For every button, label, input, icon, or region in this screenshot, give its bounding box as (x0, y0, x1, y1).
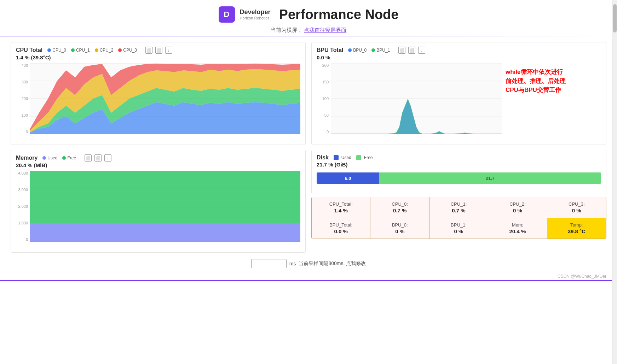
memory-chart-svg (30, 171, 300, 242)
bpu-chart-header: BPU Total BPU_0 BPU_1 ⬜ ⬜ ↓ 0.0 (317, 47, 601, 60)
stat-bpu0-value: 0 % (373, 228, 426, 234)
stat-mem-label: Mem: (491, 222, 544, 228)
stat-cpu-total: CPU_Total: 1.4 % (312, 197, 370, 218)
bpu1-dot (371, 48, 375, 52)
stats-grid: CPU_Total: 1.4 % CPU_0: 0.7 % CPU_1: 0.7… (311, 197, 606, 239)
disk-free-value: 21.7 (486, 176, 495, 181)
memory-title: Memory (16, 155, 38, 161)
cpu0-dot (47, 48, 51, 52)
cpu2-dot (95, 48, 98, 52)
stat-cpu3-value: 0 % (550, 207, 603, 213)
disk-free-label: Free (364, 155, 373, 160)
bpu-panel: BPU Total BPU_0 BPU_1 ⬜ ⬜ ↓ 0.0 (311, 42, 606, 145)
stat-temp: Temp: 39.8 °C (547, 218, 606, 239)
stat-cpu2-value: 0 % (491, 207, 544, 213)
header-divider (0, 36, 617, 36)
stat-temp-label: Temp: (550, 222, 603, 228)
bpu-subtitle: 0.0 % (317, 54, 425, 60)
disk-free-swatch (356, 155, 361, 160)
disk-used-value: 6.0 (345, 176, 351, 181)
scrollbar[interactable] (612, 0, 617, 364)
bpu1-legend: BPU_1 (371, 48, 390, 53)
mem-icon-1[interactable]: ⬜ (85, 154, 92, 162)
mem-download-icon[interactable]: ↓ (104, 154, 111, 162)
stat-bpu-total-value: 0.0 % (315, 228, 367, 234)
brand-name: Developer (240, 9, 271, 16)
mem-free-legend: Free (62, 155, 76, 160)
sampling-interval-input[interactable] (251, 259, 287, 268)
stat-cpu0: CPU_0: 0.7 % (370, 197, 429, 218)
page-title: Performance Node (279, 7, 399, 22)
stat-bpu-total: BPU_Total: 0.0 % (312, 218, 370, 239)
scrollbar-thumb[interactable] (613, 4, 617, 33)
memory-chart-header: Memory Used Free ⬜ ⬜ ↓ 20.4 % ( (16, 154, 300, 168)
bpu-icon-2[interactable]: ⬜ (408, 47, 415, 54)
cpu-download-icon[interactable]: ↓ (165, 47, 172, 54)
stat-cpu1-value: 0.7 % (432, 207, 485, 213)
subtitle-bar: 当前为横屏， 点我前往竖屏界面 (0, 25, 617, 36)
stat-cpu1: CPU_1: 0.7 % (429, 197, 488, 218)
disk-bar-free: 21.7 (379, 172, 601, 184)
memory-chart-icons: ⬜ ⬜ ↓ (85, 154, 111, 162)
cpu-chart-header: CPU Total CPU_0 CPU_1 CPU_2 (16, 47, 300, 60)
disk-free-legend: Free (356, 155, 373, 160)
memory-legend: Memory Used Free ⬜ ⬜ ↓ (16, 154, 111, 162)
cpu1-dot (71, 48, 75, 52)
bottom-charts-grid: Memory Used Free ⬜ ⬜ ↓ 20.4 % ( (0, 145, 617, 253)
stat-cpu2: CPU_2: 0 % (488, 197, 547, 218)
disk-stats-panel: Disk Used Free 21.7 % (GiB) (311, 150, 606, 253)
memory-y-axis: 4,000 3,000 2,000 1,000 0 (16, 171, 29, 242)
stat-bpu-total-label: BPU_Total: (315, 222, 367, 228)
cpu-icon-2[interactable]: ⬜ (155, 47, 162, 54)
logo-text: Developer Horizon Robotics (240, 9, 271, 20)
stat-mem-value: 20.4 % (491, 228, 544, 234)
cpu-chart-svg (30, 63, 300, 134)
sampling-link[interactable]: 当前采样间隔800ms, 点我修改 (299, 260, 366, 267)
memory-chart-inner (30, 171, 300, 242)
memory-panel: Memory Used Free ⬜ ⬜ ↓ 20.4 % ( (11, 150, 306, 253)
stat-cpu3: CPU_3: 0 % (547, 197, 606, 218)
stat-bpu1-value: 0 % (432, 228, 485, 234)
cpu-legend: CPU Total CPU_0 CPU_1 CPU_2 (16, 47, 172, 54)
cpu3-dot (118, 48, 122, 52)
ms-label: ms (289, 261, 296, 266)
bpu-icon-1[interactable]: ⬜ (398, 47, 405, 54)
bottom-border (0, 280, 617, 281)
top-charts-grid: CPU Total CPU_0 CPU_1 CPU_2 (0, 40, 617, 145)
disk-bar: 6.0 21.7 (317, 172, 601, 184)
bpu-legend: BPU Total BPU_0 BPU_1 ⬜ ⬜ ↓ (317, 47, 425, 54)
mem-used-label: Used (47, 155, 57, 160)
vertical-screen-link[interactable]: 点我前往竖屏界面 (304, 27, 346, 33)
brand-sub: Horizon Robotics (240, 16, 271, 20)
cpu-chart-area: 400 300 200 100 0 (16, 63, 300, 141)
bpu-title: BPU Total (317, 47, 343, 53)
cpu2-label: CPU_2 (100, 48, 114, 53)
disk-used-legend: Used (334, 155, 351, 160)
mem-icon-2[interactable]: ⬜ (94, 154, 102, 162)
mem-used-dot (42, 156, 46, 160)
disk-used-label: Used (341, 155, 351, 160)
footer: ms 当前采样间隔800ms, 点我修改 (0, 253, 617, 272)
cpu2-legend: CPU_2 (95, 48, 114, 53)
memory-subtitle: 20.4 % (MiB) (16, 162, 111, 168)
cpu-panel: CPU Total CPU_0 CPU_1 CPU_2 (11, 42, 306, 145)
stat-cpu1-label: CPU_1: (432, 201, 485, 207)
stat-bpu0-label: BPU_0: (373, 222, 426, 228)
cpu-icon-1[interactable]: ⬜ (145, 47, 152, 54)
disk-legend: Disk Used Free (317, 154, 373, 161)
bpu-chart-inner (331, 63, 502, 134)
bpu0-label: BPU_0 (353, 48, 367, 53)
stat-cpu0-value: 0.7 % (373, 207, 426, 213)
stat-cpu0-label: CPU_0: (373, 201, 426, 207)
cpu-chart-inner (30, 63, 300, 134)
svg-marker-21 (30, 171, 300, 223)
bpu-chart-svg (331, 63, 502, 134)
cpu-subtitle: 1.4 % (39.8°C) (16, 54, 172, 60)
bpu-download-icon[interactable]: ↓ (418, 47, 425, 54)
cpu0-label: CPU_0 (52, 48, 66, 53)
bpu0-dot (348, 48, 352, 52)
credits: CSDN @WuChao_JMUer (0, 272, 617, 280)
logo-icon: D (219, 6, 235, 23)
cpu-y-axis: 400 300 200 100 0 (16, 63, 29, 134)
bpu-y-axis: 200 150 100 50 0 (317, 63, 330, 134)
